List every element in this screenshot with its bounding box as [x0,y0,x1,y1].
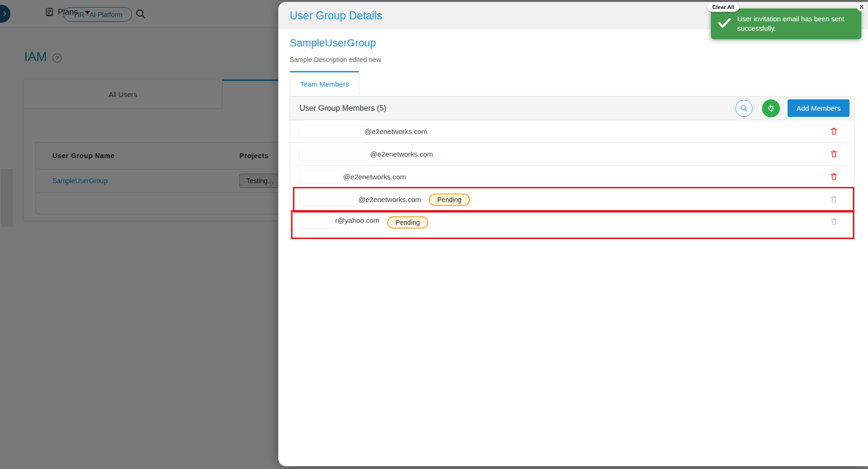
member-row-pending: @e2enetworks.com Pending [290,188,854,211]
member-email: r@yahoo.com [335,216,380,224]
refresh-members-button[interactable] [762,99,780,117]
members-panel-header: User Group Members (5) Add Members [290,97,854,120]
user-group-details-drawer: User Group Details SampleUserGroup Sampl… [278,2,868,466]
trash-icon [829,171,839,182]
delete-member-button-disabled[interactable] [829,216,839,228]
member-email: @e2enetworks.com [358,195,421,204]
redacted-username [300,194,357,205]
member-email: @e2enetworks.com [343,173,406,181]
checkmark-icon [718,17,731,31]
success-toast: User invitation email has been sent succ… [711,9,861,39]
search-icon [739,104,748,113]
member-row: @e2enetworks.com [290,120,854,143]
refresh-icon [766,103,776,114]
delete-member-button[interactable] [829,149,839,160]
trash-icon [829,216,839,227]
members-panel: User Group Members (5) Add Members [290,96,855,239]
drawer-body: SampleUserGroup Sample Description edite… [278,29,868,239]
toast-message: User invitation email has been sent succ… [737,15,844,32]
delete-member-button-disabled[interactable] [829,194,839,205]
redacted-username [300,125,363,137]
toast-close-button[interactable] [857,2,866,11]
drawer-title: User Group Details [290,9,382,22]
add-members-button[interactable]: Add Members [788,99,850,117]
member-email: @e2enetworks.com [364,127,427,135]
redacted-username [300,171,342,183]
close-icon [859,4,864,9]
member-row-pending: r@yahoo.com Pending [290,211,854,238]
trash-icon [829,194,839,204]
trash-icon [829,149,839,159]
member-row: @e2enetworks.com [290,166,854,188]
pending-status-badge: Pending [387,216,428,229]
tab-team-members[interactable]: Team Members [290,71,359,95]
search-members-button[interactable] [735,100,753,117]
delete-member-button[interactable] [829,126,839,137]
trash-icon [829,126,839,136]
delete-member-button[interactable] [829,171,839,183]
members-count-title: User Group Members (5) [300,104,735,113]
redacted-username [300,148,369,160]
clear-all-button[interactable]: Clear All [707,2,739,12]
pending-status-badge: Pending [429,194,470,206]
toast-container: Clear All User invitation email has been… [711,9,861,39]
member-row: @e2enetworks.com [290,143,854,166]
member-email: @e2enetworks.com [370,150,433,158]
redacted-username [300,216,334,228]
group-description: Sample Description edited new [290,56,855,63]
